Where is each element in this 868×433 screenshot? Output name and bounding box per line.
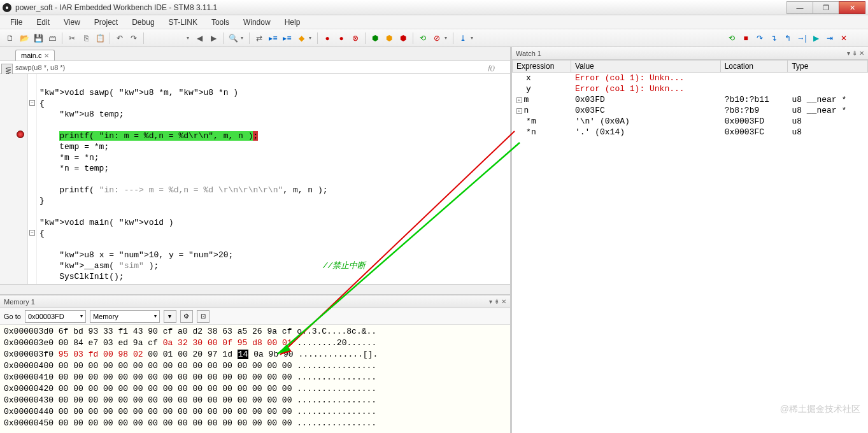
replace-icon[interactable]: ⇄ bbox=[253, 32, 266, 45]
bookmark-next-icon[interactable]: ▸≡ bbox=[281, 32, 294, 45]
watch-col-location[interactable]: Location bbox=[720, 60, 788, 73]
make-icon[interactable]: ⬢ bbox=[383, 32, 395, 45]
run-to-icon[interactable]: →| bbox=[795, 32, 808, 45]
watch-col-type[interactable]: Type bbox=[788, 60, 868, 73]
menu-edit[interactable]: Edit bbox=[30, 17, 56, 28]
bp-prev-icon[interactable]: ● bbox=[321, 32, 334, 45]
watch-row[interactable]: *m'\n' (0x0A)0x0003FDu8 bbox=[513, 116, 868, 127]
file-tab-main[interactable]: main.c ✕ bbox=[15, 50, 55, 60]
panel-menu-icon[interactable]: ▾ bbox=[847, 50, 850, 57]
memory-row[interactable]: 0x00000440 00 00 00 00 00 00 00 00 00 00… bbox=[4, 406, 506, 418]
step-out-icon[interactable]: ↰ bbox=[781, 32, 794, 45]
menu-file[interactable]: File bbox=[4, 17, 29, 28]
code-editor[interactable]: "kw">void sawp( "kw">u8 *m, "kw">u8 *n )… bbox=[0, 74, 510, 284]
download-icon[interactable]: ⤓ bbox=[457, 32, 469, 45]
fold-icon[interactable]: − bbox=[29, 100, 35, 106]
go-icon[interactable]: ▶ bbox=[809, 32, 822, 45]
func-list-icon[interactable]: f() bbox=[488, 64, 495, 71]
breakpoint-icon[interactable] bbox=[17, 131, 24, 138]
editor-scrollbar[interactable] bbox=[0, 284, 510, 294]
mem-cfg2-button[interactable]: ⊡ bbox=[197, 310, 210, 323]
editor-tabs: main.c ✕ bbox=[0, 47, 510, 61]
editor-gutter[interactable] bbox=[0, 74, 28, 284]
dropdown-icon[interactable]: ▾ bbox=[187, 35, 192, 41]
watermark: @稀土掘金技术社区 bbox=[780, 404, 860, 415]
undo-icon[interactable]: ↶ bbox=[113, 32, 126, 45]
nav-back-icon[interactable]: ◀ bbox=[193, 32, 206, 45]
bookmark-toggle-icon[interactable]: ◆ bbox=[295, 32, 308, 45]
memory-row[interactable]: 0x00000430 00 00 00 00 00 00 00 00 00 00… bbox=[4, 395, 506, 406]
window-controls: — ❐ ✕ bbox=[787, 1, 865, 14]
titlebar: ● power_soft - IAR Embedded Workbench ID… bbox=[0, 0, 868, 15]
watch-col-expression[interactable]: Expression bbox=[513, 60, 571, 73]
watch-col-value[interactable]: Value bbox=[571, 60, 720, 73]
new-icon[interactable]: 🗋 bbox=[4, 32, 17, 45]
panel-menu-icon[interactable]: ▾ bbox=[489, 298, 492, 305]
reset-icon[interactable]: ⟲ bbox=[725, 32, 738, 45]
menu-st-link[interactable]: ST-LINK bbox=[162, 17, 204, 28]
menu-view[interactable]: View bbox=[57, 17, 87, 28]
mem-cfg1-button[interactable]: ⚙ bbox=[180, 310, 193, 323]
next-stmt-icon[interactable]: ⇥ bbox=[823, 32, 836, 45]
watch-row[interactable]: xError (col 1): Unkn... bbox=[513, 73, 868, 84]
watch-row[interactable]: *n'.' (0x14)0x0003FCu8 bbox=[513, 127, 868, 138]
memory-row[interactable]: 0x00000450 00 00 00 00 00 00 00 00 00 00… bbox=[4, 418, 506, 429]
bp-next-icon[interactable]: ● bbox=[335, 32, 348, 45]
compile-icon[interactable]: ⬢ bbox=[369, 32, 381, 45]
break-icon[interactable]: ⊘ bbox=[430, 32, 443, 45]
debug-stop-icon[interactable]: ✕ bbox=[837, 32, 850, 45]
menu-tools[interactable]: Tools bbox=[205, 17, 236, 28]
restart-icon[interactable]: ⟲ bbox=[416, 32, 429, 45]
memory-row[interactable]: 0x000003d0 6f bd 93 33 f1 43 90 cf a0 d2… bbox=[4, 326, 506, 337]
watch-row[interactable]: +m0x03FD?b10:?b11u8 __near * bbox=[513, 94, 868, 105]
memory-row[interactable]: 0x00000420 00 00 00 00 00 00 00 00 00 00… bbox=[4, 383, 506, 395]
stop-icon[interactable]: ■ bbox=[739, 32, 752, 45]
function-nav[interactable]: sawp(u8 *, u8 *) f() bbox=[0, 61, 510, 74]
watch-add-row[interactable] bbox=[513, 138, 868, 148]
fold-icon[interactable]: − bbox=[29, 230, 35, 236]
memory-row[interactable]: 0x00000400 00 00 00 00 00 00 00 00 00 00… bbox=[4, 360, 506, 372]
goto-label: Go to bbox=[4, 313, 21, 320]
memory-row[interactable]: 0x000003e0 00 84 e7 03 ed 9a cf 0a 32 30… bbox=[4, 337, 506, 349]
redo-icon[interactable]: ↷ bbox=[127, 32, 140, 45]
memory-panel: Memory 1 ▾ ⇟ ✕ Go to 0x00003FD▾ Memory▾ … bbox=[0, 294, 510, 433]
panel-close-icon[interactable]: ✕ bbox=[859, 50, 864, 57]
menu-window[interactable]: Window bbox=[237, 17, 277, 28]
file-tab-label: main.c bbox=[21, 52, 41, 59]
cut-icon[interactable]: ✂ bbox=[66, 32, 78, 45]
memory-toolbar: Go to 0x00003FD▾ Memory▾ ▾ ⚙ ⊡ bbox=[0, 308, 510, 325]
memory-zone-select[interactable]: Memory▾ bbox=[90, 310, 160, 323]
find-icon[interactable]: 🔍 bbox=[227, 32, 239, 45]
memory-row[interactable]: 0x00000410 00 00 00 00 00 00 00 00 00 00… bbox=[4, 372, 506, 383]
bookmark-prev-icon[interactable]: ▸≡ bbox=[267, 32, 280, 45]
goto-address-input[interactable]: 0x00003FD▾ bbox=[25, 310, 86, 323]
step-over-icon[interactable]: ↷ bbox=[753, 32, 766, 45]
saveall-icon[interactable]: 🗃 bbox=[46, 32, 59, 45]
menu-help[interactable]: Help bbox=[278, 17, 307, 28]
menu-project[interactable]: Project bbox=[88, 17, 124, 28]
close-button[interactable]: ✕ bbox=[839, 1, 865, 14]
paste-icon[interactable]: 📋 bbox=[94, 32, 106, 45]
copy-icon[interactable]: ⎘ bbox=[80, 32, 92, 45]
close-icon[interactable]: ✕ bbox=[44, 52, 49, 59]
open-icon[interactable]: 📂 bbox=[18, 32, 31, 45]
nav-fwd-icon[interactable]: ▶ bbox=[207, 32, 220, 45]
memory-row[interactable]: 0x000003f0 95 03 fd 00 98 02 00 01 00 20… bbox=[4, 349, 506, 360]
watch-table[interactable]: ExpressionValueLocationType xError (col … bbox=[512, 60, 868, 433]
function-signature: sawp(u8 *, u8 *) bbox=[15, 64, 65, 71]
save-icon[interactable]: 💾 bbox=[32, 32, 45, 45]
stop-build-icon[interactable]: ⬢ bbox=[397, 32, 409, 45]
step-into-icon[interactable]: ↴ bbox=[767, 32, 780, 45]
menu-debug[interactable]: Debug bbox=[125, 17, 160, 28]
panel-pin-icon[interactable]: ⇟ bbox=[852, 50, 857, 57]
watch-row[interactable]: yError (col 1): Unkn... bbox=[513, 83, 868, 94]
watch-row[interactable]: +n0x03FC?b8:?b9u8 __near * bbox=[513, 105, 868, 116]
panel-pin-icon[interactable]: ⇟ bbox=[494, 298, 499, 305]
panel-close-icon[interactable]: ✕ bbox=[501, 298, 506, 305]
maximize-button[interactable]: ❐ bbox=[813, 1, 839, 14]
memory-view[interactable]: 0x000003d0 6f bd 93 33 f1 43 90 cf a0 d2… bbox=[0, 325, 510, 433]
minimize-button[interactable]: — bbox=[786, 1, 813, 14]
mem-width-button[interactable]: ▾ bbox=[164, 310, 176, 323]
window-title: power_soft - IAR Embedded Workbench IDE … bbox=[15, 3, 217, 12]
bp-toggle-icon[interactable]: ⊗ bbox=[349, 32, 362, 45]
